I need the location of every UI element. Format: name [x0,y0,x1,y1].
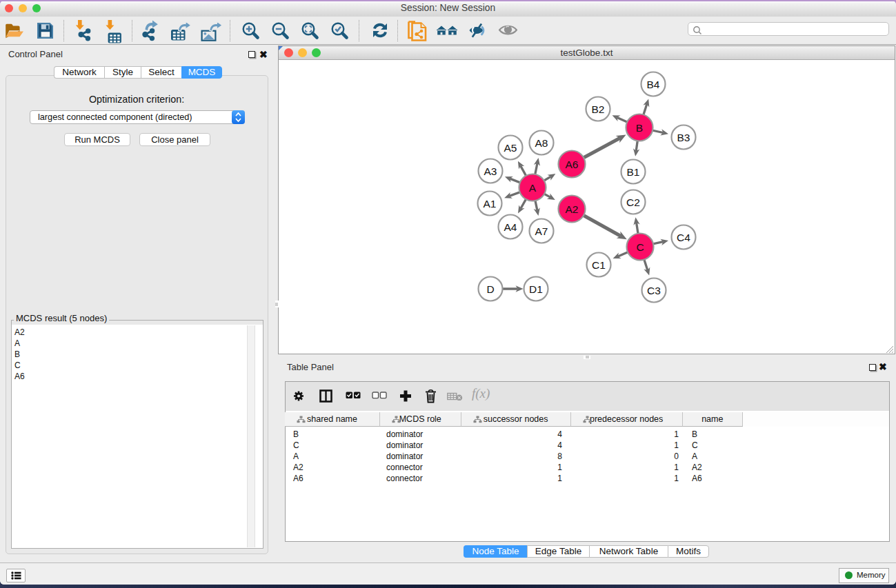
svg-text:C1: C1 [592,259,606,271]
svg-text:C3: C3 [647,285,661,296]
svg-text:D1: D1 [529,283,543,295]
svg-text:A7: A7 [535,225,548,237]
svg-text:B2: B2 [592,103,605,115]
svg-text:B1: B1 [627,166,640,178]
svg-text:A8: A8 [535,137,548,149]
svg-text:A6: A6 [566,159,579,170]
svg-text:A3: A3 [484,165,497,177]
svg-text:C2: C2 [626,196,640,208]
svg-text:B: B [636,122,643,134]
svg-text:A4: A4 [504,221,517,233]
svg-text:B3: B3 [677,132,690,143]
svg-text:B4: B4 [647,79,660,90]
svg-text:A2: A2 [566,203,579,215]
svg-text:C: C [636,241,644,253]
svg-text:A1: A1 [484,198,497,210]
svg-text:C4: C4 [677,232,690,243]
svg-text:A: A [529,182,537,194]
svg-text:D: D [486,283,494,295]
svg-text:A5: A5 [504,142,517,154]
